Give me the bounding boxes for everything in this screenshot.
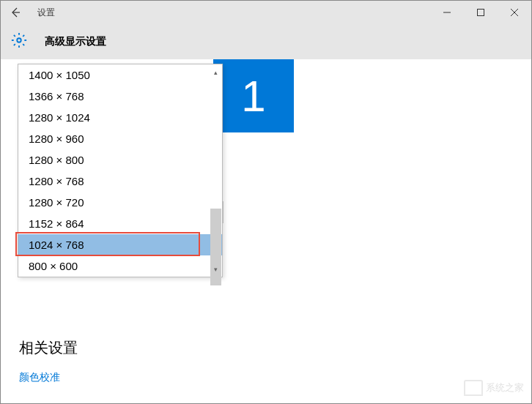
- scroll-down-arrow-icon[interactable]: ▾: [210, 263, 222, 275]
- watermark-text: 系统之家: [486, 381, 524, 394]
- scroll-up-arrow-icon[interactable]: ▴: [210, 66, 222, 78]
- window-controls: [430, 1, 531, 24]
- titlebar: 设置: [1, 1, 531, 24]
- resolution-option[interactable]: 1152 × 864: [18, 213, 222, 234]
- resolution-option[interactable]: 1400 × 1050: [18, 64, 222, 86]
- watermark-house-icon: [464, 380, 483, 396]
- resolution-option[interactable]: 1280 × 720: [18, 192, 222, 213]
- resolution-option[interactable]: 1280 × 768: [18, 171, 222, 192]
- resolution-option[interactable]: 1280 × 1024: [18, 107, 222, 128]
- close-icon: [511, 9, 518, 16]
- page-header: 高级显示设置: [1, 24, 531, 59]
- resolution-option[interactable]: 800 × 600: [18, 255, 222, 277]
- back-arrow-icon: [10, 7, 21, 18]
- maximize-button[interactable]: [464, 1, 498, 24]
- window-title: 设置: [37, 7, 55, 19]
- close-button[interactable]: [498, 1, 531, 24]
- minimize-button[interactable]: [430, 1, 464, 24]
- watermark: 系统之家: [464, 380, 524, 396]
- dropdown-scrollbar[interactable]: ▴ ▾: [210, 66, 222, 275]
- related-title: 相关设置: [19, 338, 78, 358]
- back-button[interactable]: [8, 5, 23, 20]
- related-settings-section: 相关设置 颜色校准: [19, 338, 78, 384]
- svg-point-1: [17, 38, 21, 42]
- page-title: 高级显示设置: [45, 35, 106, 48]
- resolution-option[interactable]: 1366 × 768: [18, 86, 222, 107]
- monitor-number: 1: [241, 71, 265, 121]
- resolution-option[interactable]: 1280 × 800: [18, 149, 222, 171]
- resolution-dropdown[interactable]: 1400 × 10501366 × 7681280 × 10241280 × 9…: [18, 64, 223, 277]
- resolution-option[interactable]: 1024 × 768: [18, 234, 222, 255]
- resolution-option[interactable]: 1280 × 960: [18, 128, 222, 149]
- gear-icon: [11, 32, 27, 51]
- monitor-preview[interactable]: 1: [213, 59, 294, 132]
- svg-rect-0: [478, 10, 484, 16]
- minimize-icon: [443, 9, 451, 16]
- color-calibration-link[interactable]: 颜色校准: [19, 371, 78, 384]
- maximize-icon: [477, 9, 484, 16]
- content-area: 1 1400 × 10501366 × 7681280 × 10241280 ×…: [1, 59, 531, 403]
- titlebar-left: 设置: [1, 5, 55, 20]
